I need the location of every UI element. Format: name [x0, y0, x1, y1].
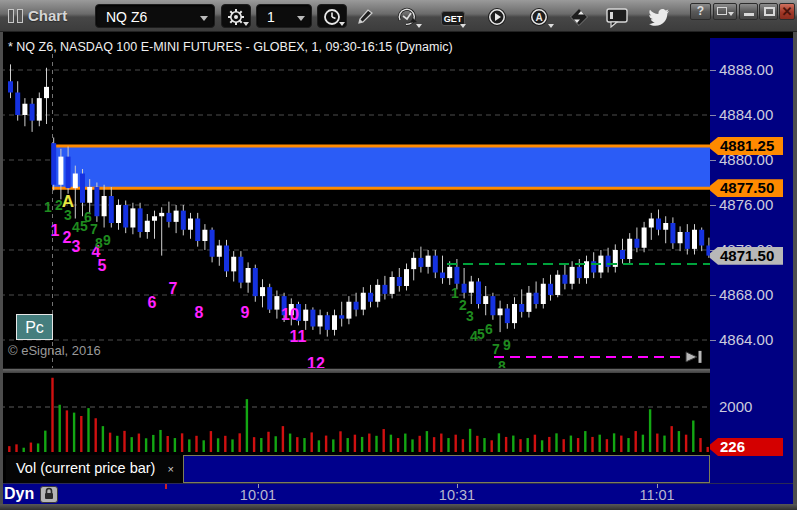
price-axis-tick — [710, 160, 716, 161]
get-data-button[interactable]: GET — [440, 5, 466, 29]
time-axis-label: 10:31 — [439, 487, 475, 503]
session-marker-tick — [165, 484, 167, 489]
symbol-settings-button[interactable] — [221, 4, 251, 28]
count-annotation-green: 4 — [72, 219, 80, 235]
dynamic-mode-label: Dyn — [4, 485, 34, 503]
get-dropdown-arrow-icon — [460, 24, 466, 28]
gear-dropdown-arrow-icon — [243, 22, 249, 26]
price-chart-pane[interactable]: * NQ Z6, NASDAQ 100 E-MINI FUTURES - GLO… — [0, 38, 710, 368]
count-annotation-magenta: 7 — [169, 280, 178, 298]
drawing-tools-button[interactable] — [352, 5, 378, 29]
count-annotation-magenta: 5 — [98, 257, 107, 275]
count-annotation-green: 3 — [466, 308, 474, 324]
interval-value: 1 — [267, 9, 275, 25]
chart-header: * NQ Z6, NASDAQ 100 E-MINI FUTURES - GLO… — [8, 40, 453, 54]
chart-window: Chart NQ Z6 1 — [0, 0, 797, 510]
chart-window-icon — [8, 9, 24, 23]
trend-dropdown-arrow-icon — [416, 24, 422, 28]
count-annotation-magenta: 8 — [195, 304, 204, 322]
count-annotation-green: 7 — [492, 341, 500, 357]
price-axis-tick — [710, 70, 716, 71]
help-glyph: ? — [697, 4, 704, 18]
price-tag: 4877.50 — [710, 179, 783, 197]
trend-refresh-icon — [396, 6, 418, 28]
trend-analysis-button[interactable] — [394, 5, 420, 29]
twitter-share-button[interactable] — [646, 5, 672, 29]
count-annotation-magenta: 6 — [148, 294, 157, 312]
count-annotation-green: 8 — [498, 358, 506, 368]
study-badge[interactable]: Pc — [16, 314, 53, 340]
popout-dropdown-arrow-icon — [728, 12, 734, 16]
padlock-icon — [42, 487, 56, 500]
symbol-input[interactable]: NQ Z6 — [95, 4, 215, 28]
popout-button[interactable] — [713, 3, 737, 20]
price-axis-tick — [710, 115, 716, 116]
price-axis-label: 4868.00 — [719, 286, 773, 303]
volume-axis-label: 2000 — [719, 398, 752, 415]
price-axis-label: 4884.00 — [719, 106, 773, 123]
tab-close-icon[interactable]: × — [168, 456, 174, 483]
count-annotation-magenta: 11 — [290, 328, 307, 346]
price-axis[interactable]: 4888.004884.004880.004876.004872.004868.… — [710, 38, 793, 483]
pencil-icon — [355, 7, 375, 27]
interval-input[interactable]: 1 — [256, 4, 312, 28]
time-axis-label: 10:01 — [240, 487, 276, 503]
alerts-button[interactable]: A — [526, 5, 552, 29]
close-icon: ✕ — [780, 4, 794, 19]
count-annotation-green: 9 — [503, 337, 511, 353]
price-axis-label: 4876.00 — [719, 196, 773, 213]
twitter-bird-icon — [647, 6, 671, 28]
count-annotation-green: 1 — [451, 285, 459, 301]
popout-icon — [717, 7, 727, 15]
pivot-diamond-icon — [568, 6, 590, 28]
auto-a-icon: A — [528, 6, 550, 28]
alerts-dropdown-arrow-icon — [548, 24, 554, 28]
pivots-button[interactable] — [566, 5, 592, 29]
volume-current-tag: 226 — [710, 438, 783, 456]
count-annotation-magenta: 1 — [51, 222, 60, 240]
title-toolbar: Chart NQ Z6 1 — [0, 0, 797, 32]
tab-strip: Vol (current price bar) × — [0, 455, 710, 483]
count-annotation-green: 5 — [477, 326, 485, 342]
tab-strip-filler — [183, 455, 710, 483]
price-tag: 4871.50 — [710, 247, 783, 265]
lock-scale-button[interactable] — [40, 486, 58, 503]
price-axis-tick — [710, 205, 716, 206]
chat-button[interactable] — [604, 5, 630, 29]
tab-volume-study[interactable]: Vol (current price bar) × — [6, 455, 180, 483]
time-template-button[interactable] — [317, 4, 347, 28]
time-axis-label: 11:01 — [639, 487, 674, 503]
symbol-value: NQ Z6 — [106, 9, 147, 25]
count-annotation-magenta: 10 — [281, 306, 299, 324]
window-right-border — [793, 32, 797, 504]
chat-bubble-icon — [605, 6, 629, 28]
help-button[interactable]: ? — [690, 3, 711, 20]
window-bottom-border — [0, 504, 797, 510]
price-axis-label: 4888.00 — [719, 61, 773, 78]
volume-pane[interactable] — [0, 373, 710, 455]
window-left-border — [0, 32, 3, 504]
count-annotation-green: 6 — [485, 321, 493, 337]
count-annotation-green: 1 — [44, 199, 52, 215]
count-annotation-green: 8 — [95, 235, 103, 251]
close-button[interactable]: ✕ — [779, 3, 795, 20]
price-tag: 4881.25 — [710, 137, 783, 155]
maximize-button[interactable] — [759, 3, 778, 20]
price-axis-label: 4864.00 — [719, 331, 773, 348]
copyright-text: © eSignal, 2016 — [8, 343, 101, 358]
count-annotation-magenta: 12 — [307, 355, 325, 368]
replay-button[interactable] — [484, 5, 510, 29]
interval-dropdown-arrow-icon[interactable] — [297, 16, 305, 21]
symbol-dropdown-arrow-icon[interactable] — [200, 16, 208, 21]
price-axis-tick — [710, 340, 716, 341]
time-axis-bar[interactable]: Dyn 10:0110:3111:01 — [0, 483, 793, 504]
count-annotation-magenta: 3 — [72, 238, 81, 256]
marker-annotation-A: A — [62, 192, 74, 212]
count-annotation-magenta: 2 — [63, 229, 72, 247]
clock-dropdown-arrow-icon — [339, 22, 345, 26]
minimize-icon — [744, 13, 754, 16]
count-annotation-green: 9 — [103, 232, 111, 248]
count-annotation-magenta: 9 — [241, 304, 250, 322]
price-axis-tick — [710, 295, 716, 296]
minimize-button[interactable] — [739, 3, 758, 20]
